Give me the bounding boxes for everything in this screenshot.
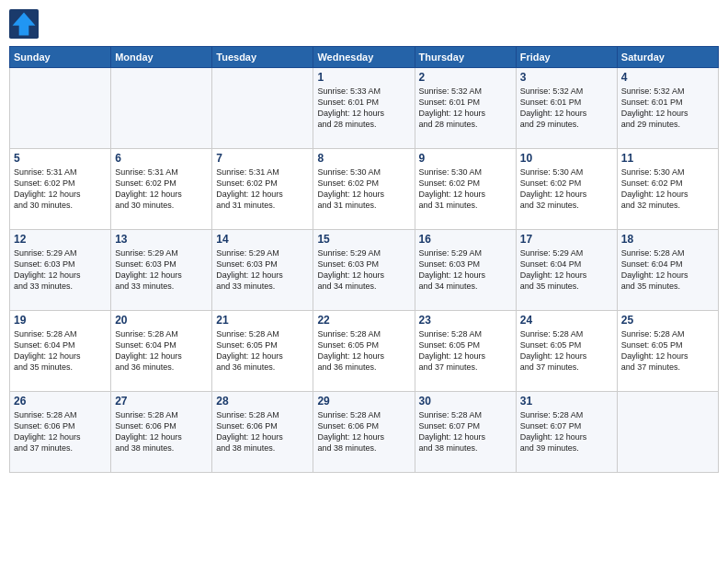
calendar-cell: 20Sunrise: 5:28 AM Sunset: 6:04 PM Dayli… xyxy=(111,311,212,392)
day-number: 11 xyxy=(621,152,714,165)
day-number: 17 xyxy=(520,233,613,246)
calendar-cell: 23Sunrise: 5:28 AM Sunset: 6:05 PM Dayli… xyxy=(415,311,516,392)
day-number: 15 xyxy=(317,233,410,246)
calendar-cell: 11Sunrise: 5:30 AM Sunset: 6:02 PM Dayli… xyxy=(617,149,718,230)
calendar-week: 19Sunrise: 5:28 AM Sunset: 6:04 PM Dayli… xyxy=(10,311,719,392)
calendar-cell: 2Sunrise: 5:32 AM Sunset: 6:01 PM Daylig… xyxy=(415,68,516,149)
calendar-cell: 12Sunrise: 5:29 AM Sunset: 6:03 PM Dayli… xyxy=(10,230,111,311)
day-info: Sunrise: 5:29 AM Sunset: 6:03 PM Dayligh… xyxy=(216,247,309,293)
day-info: Sunrise: 5:32 AM Sunset: 6:01 PM Dayligh… xyxy=(520,86,613,131)
day-number: 27 xyxy=(115,395,208,408)
day-info: Sunrise: 5:28 AM Sunset: 6:05 PM Dayligh… xyxy=(520,328,613,373)
calendar-cell: 7Sunrise: 5:31 AM Sunset: 6:02 PM Daylig… xyxy=(212,149,313,230)
calendar-cell: 4Sunrise: 5:32 AM Sunset: 6:01 PM Daylig… xyxy=(617,68,718,149)
day-info: Sunrise: 5:32 AM Sunset: 6:01 PM Dayligh… xyxy=(621,86,714,131)
day-number: 21 xyxy=(216,314,309,327)
logo xyxy=(9,9,42,39)
header-day: Sunday xyxy=(10,47,111,68)
calendar-cell xyxy=(111,68,212,149)
day-number: 2 xyxy=(419,71,512,84)
calendar-cell: 14Sunrise: 5:29 AM Sunset: 6:03 PM Dayli… xyxy=(212,230,313,311)
header-row: SundayMondayTuesdayWednesdayThursdayFrid… xyxy=(10,47,719,68)
calendar-cell: 15Sunrise: 5:29 AM Sunset: 6:03 PM Dayli… xyxy=(313,230,415,311)
header-day: Wednesday xyxy=(313,47,415,68)
calendar-cell: 18Sunrise: 5:28 AM Sunset: 6:04 PM Dayli… xyxy=(617,230,718,311)
day-number: 8 xyxy=(317,152,410,165)
calendar-cell: 30Sunrise: 5:28 AM Sunset: 6:07 PM Dayli… xyxy=(415,392,516,473)
calendar-cell: 3Sunrise: 5:32 AM Sunset: 6:01 PM Daylig… xyxy=(516,68,617,149)
day-number: 14 xyxy=(216,233,309,246)
day-number: 16 xyxy=(419,233,512,246)
day-number: 18 xyxy=(621,233,714,246)
calendar-cell: 6Sunrise: 5:31 AM Sunset: 6:02 PM Daylig… xyxy=(111,149,212,230)
day-info: Sunrise: 5:28 AM Sunset: 6:06 PM Dayligh… xyxy=(14,409,107,454)
header-day: Saturday xyxy=(617,47,718,68)
day-number: 23 xyxy=(419,314,512,327)
calendar-cell: 21Sunrise: 5:28 AM Sunset: 6:05 PM Dayli… xyxy=(212,311,313,392)
day-number: 25 xyxy=(621,314,714,327)
day-info: Sunrise: 5:33 AM Sunset: 6:01 PM Dayligh… xyxy=(317,86,410,131)
day-info: Sunrise: 5:28 AM Sunset: 6:04 PM Dayligh… xyxy=(621,247,714,293)
page-header xyxy=(9,9,719,39)
day-info: Sunrise: 5:31 AM Sunset: 6:02 PM Dayligh… xyxy=(14,167,107,212)
calendar-cell: 17Sunrise: 5:29 AM Sunset: 6:04 PM Dayli… xyxy=(516,230,617,311)
day-number: 24 xyxy=(520,314,613,327)
calendar-cell: 25Sunrise: 5:28 AM Sunset: 6:05 PM Dayli… xyxy=(617,311,718,392)
calendar-cell: 26Sunrise: 5:28 AM Sunset: 6:06 PM Dayli… xyxy=(10,392,111,473)
calendar-cell xyxy=(617,392,718,473)
calendar-cell: 31Sunrise: 5:28 AM Sunset: 6:07 PM Dayli… xyxy=(516,392,617,473)
day-number: 9 xyxy=(419,152,512,165)
day-info: Sunrise: 5:28 AM Sunset: 6:05 PM Dayligh… xyxy=(317,328,410,373)
day-number: 19 xyxy=(14,314,107,327)
day-number: 13 xyxy=(115,233,208,246)
day-number: 28 xyxy=(216,395,309,408)
day-number: 31 xyxy=(520,395,613,408)
calendar-cell: 19Sunrise: 5:28 AM Sunset: 6:04 PM Dayli… xyxy=(10,311,111,392)
calendar-week: 26Sunrise: 5:28 AM Sunset: 6:06 PM Dayli… xyxy=(10,392,719,473)
header-day: Friday xyxy=(516,47,617,68)
calendar-cell: 28Sunrise: 5:28 AM Sunset: 6:06 PM Dayli… xyxy=(212,392,313,473)
calendar-cell: 16Sunrise: 5:29 AM Sunset: 6:03 PM Dayli… xyxy=(415,230,516,311)
day-number: 22 xyxy=(317,314,410,327)
day-info: Sunrise: 5:29 AM Sunset: 6:03 PM Dayligh… xyxy=(419,247,512,293)
day-info: Sunrise: 5:28 AM Sunset: 6:06 PM Dayligh… xyxy=(115,409,208,454)
calendar-cell xyxy=(10,68,111,149)
day-info: Sunrise: 5:32 AM Sunset: 6:01 PM Dayligh… xyxy=(419,86,512,131)
day-info: Sunrise: 5:31 AM Sunset: 6:02 PM Dayligh… xyxy=(216,167,309,212)
calendar-cell: 1Sunrise: 5:33 AM Sunset: 6:01 PM Daylig… xyxy=(313,68,415,149)
calendar-cell: 22Sunrise: 5:28 AM Sunset: 6:05 PM Dayli… xyxy=(313,311,415,392)
day-number: 20 xyxy=(115,314,208,327)
header-day: Monday xyxy=(111,47,212,68)
day-info: Sunrise: 5:30 AM Sunset: 6:02 PM Dayligh… xyxy=(520,167,613,212)
calendar-cell: 24Sunrise: 5:28 AM Sunset: 6:05 PM Dayli… xyxy=(516,311,617,392)
calendar-week: 1Sunrise: 5:33 AM Sunset: 6:01 PM Daylig… xyxy=(10,68,719,149)
calendar-cell: 9Sunrise: 5:30 AM Sunset: 6:02 PM Daylig… xyxy=(415,149,516,230)
day-number: 26 xyxy=(14,395,107,408)
calendar-table: SundayMondayTuesdayWednesdayThursdayFrid… xyxy=(9,46,719,473)
calendar-cell: 29Sunrise: 5:28 AM Sunset: 6:06 PM Dayli… xyxy=(313,392,415,473)
day-info: Sunrise: 5:29 AM Sunset: 6:04 PM Dayligh… xyxy=(520,247,613,293)
calendar-cell: 10Sunrise: 5:30 AM Sunset: 6:02 PM Dayli… xyxy=(516,149,617,230)
calendar-body: 1Sunrise: 5:33 AM Sunset: 6:01 PM Daylig… xyxy=(10,68,719,473)
header-day: Thursday xyxy=(415,47,516,68)
day-info: Sunrise: 5:29 AM Sunset: 6:03 PM Dayligh… xyxy=(115,247,208,293)
day-info: Sunrise: 5:29 AM Sunset: 6:03 PM Dayligh… xyxy=(317,247,410,293)
day-info: Sunrise: 5:28 AM Sunset: 6:04 PM Dayligh… xyxy=(14,328,107,373)
day-number: 30 xyxy=(419,395,512,408)
calendar-week: 12Sunrise: 5:29 AM Sunset: 6:03 PM Dayli… xyxy=(10,230,719,311)
header-day: Tuesday xyxy=(212,47,313,68)
day-number: 1 xyxy=(317,71,410,84)
day-number: 5 xyxy=(14,152,107,165)
logo-icon xyxy=(9,9,39,39)
day-info: Sunrise: 5:30 AM Sunset: 6:02 PM Dayligh… xyxy=(317,167,410,212)
day-info: Sunrise: 5:30 AM Sunset: 6:02 PM Dayligh… xyxy=(419,167,512,212)
day-number: 12 xyxy=(14,233,107,246)
day-info: Sunrise: 5:28 AM Sunset: 6:05 PM Dayligh… xyxy=(216,328,309,373)
calendar-week: 5Sunrise: 5:31 AM Sunset: 6:02 PM Daylig… xyxy=(10,149,719,230)
day-info: Sunrise: 5:28 AM Sunset: 6:05 PM Dayligh… xyxy=(419,328,512,373)
day-number: 3 xyxy=(520,71,613,84)
day-info: Sunrise: 5:30 AM Sunset: 6:02 PM Dayligh… xyxy=(621,167,714,212)
day-info: Sunrise: 5:28 AM Sunset: 6:07 PM Dayligh… xyxy=(419,409,512,454)
day-info: Sunrise: 5:28 AM Sunset: 6:06 PM Dayligh… xyxy=(216,409,309,454)
day-number: 6 xyxy=(115,152,208,165)
